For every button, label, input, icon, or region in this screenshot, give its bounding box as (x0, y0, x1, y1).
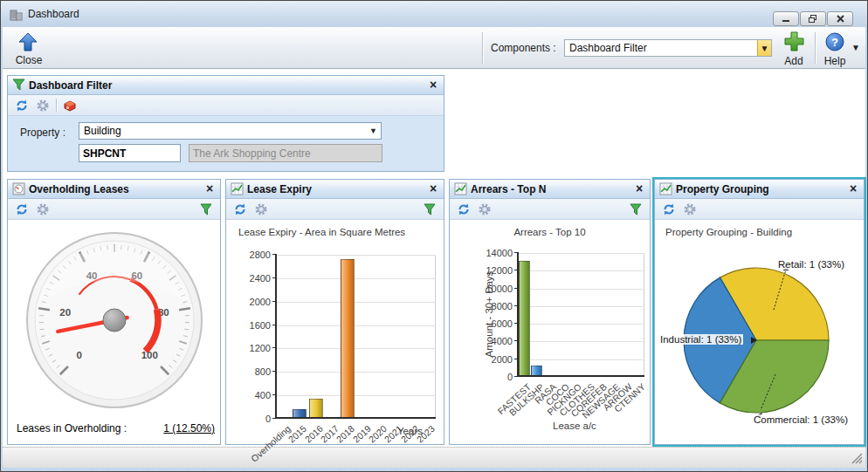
panel-lease-expiry: Lease Expiry × (225, 179, 444, 445)
filter-panel-toolbar (8, 95, 444, 116)
property-name-field: The Ark Shopping Centre (189, 144, 382, 162)
gear-icon[interactable] (254, 202, 268, 216)
main-toolbar: Close Components : Dashboard Filter ▼ Ad… (3, 27, 865, 69)
arrears-header[interactable]: Arrears - Top N × (450, 180, 650, 199)
status-bar (3, 447, 865, 468)
toolbar-separator (482, 32, 483, 64)
toolbar-separator-2 (815, 32, 816, 64)
pie-label-retail: Retail: 1 (33%) (776, 259, 846, 270)
add-component-button[interactable]: Add (776, 29, 811, 67)
filter-icon[interactable] (629, 202, 643, 216)
property-value: Building (84, 125, 121, 137)
arrears-chart: Arrears - Top 10 Amount - 30+ Days Lease… (450, 220, 650, 444)
gauge-footer-value[interactable]: 1 (12.50%) (136, 422, 215, 434)
lease-expiry-title: Lease Expiry (247, 183, 312, 195)
help-label: Help (820, 55, 850, 67)
arrears-title: Arrears - Top N (471, 183, 546, 195)
panel-property-grouping: Property Grouping × (654, 179, 865, 445)
lease-expiry-close[interactable]: × (426, 181, 440, 196)
question-icon: ? (825, 32, 844, 51)
property-label: Property : (20, 127, 65, 139)
close-icon (836, 14, 845, 24)
funnel-icon (12, 79, 25, 92)
svg-text:?: ? (831, 36, 838, 49)
gauge-chart: 020406080100 (23, 229, 206, 412)
property-combobox[interactable]: Building ▼ (79, 122, 382, 140)
help-button[interactable]: ? Help (820, 29, 850, 67)
panel-arrears-top-n: Arrears - Top N × (449, 179, 651, 445)
overholding-toolbar (8, 199, 220, 220)
restore-icon (808, 14, 818, 24)
chart-icon (659, 182, 672, 195)
lease-expiry-chart-title: Lease Expiry - Area in Square Metres (238, 227, 405, 237)
window-title: Dashboard (28, 8, 79, 20)
chart-icon (231, 182, 244, 195)
close-form-button[interactable]: Close (9, 30, 49, 66)
red-building-icon[interactable] (63, 99, 77, 113)
overholding-close[interactable]: × (203, 181, 217, 196)
minimize-icon (781, 15, 791, 24)
filter-icon[interactable] (423, 202, 437, 216)
lease-expiry-header[interactable]: Lease Expiry × (226, 180, 444, 199)
svg-text:20: 20 (59, 307, 71, 318)
pie-label-industrial: Industrial: 1 (33%) (658, 334, 743, 345)
property-grouping-chart: Property Grouping - Building Retail: 1 (… (655, 220, 864, 444)
gear-icon[interactable] (683, 202, 697, 216)
refresh-icon[interactable] (457, 202, 471, 216)
gear-icon[interactable] (36, 202, 50, 216)
property-grouping-header[interactable]: Property Grouping × (655, 180, 864, 199)
filter-icon[interactable] (199, 202, 213, 216)
gear-icon[interactable] (36, 99, 50, 113)
refresh-icon[interactable] (15, 99, 29, 113)
close-form-label: Close (9, 54, 49, 66)
gauge-icon (12, 182, 25, 195)
components-combobox[interactable]: Dashboard Filter ▼ (564, 39, 772, 57)
add-label: Add (776, 55, 811, 67)
panel-overholding-leases: Overholding Leases × (7, 179, 221, 445)
chevron-down-icon: ▼ (761, 44, 769, 53)
pie-chart (655, 220, 865, 446)
svg-text:0: 0 (76, 350, 81, 360)
resize-grip-icon[interactable] (851, 453, 863, 464)
filter-panel-title: Dashboard Filter (29, 79, 112, 92)
filter-panel-content: Property : Building ▼ SHPCNT The Ark Sho… (8, 116, 444, 171)
refresh-icon[interactable] (662, 202, 676, 216)
arrears-chart-title: Arrears - Top 10 (450, 227, 650, 237)
arrears-close[interactable]: × (632, 181, 646, 196)
tool-separator (56, 99, 57, 113)
overholding-header[interactable]: Overholding Leases × (8, 180, 220, 199)
property-code-input[interactable]: SHPCNT (79, 144, 181, 162)
components-label: Components : (491, 42, 556, 54)
gauge-footer-label: Leases in Overholding : (17, 422, 127, 434)
minimize-button[interactable] (773, 11, 799, 26)
chevron-down-icon: ▼ (369, 127, 377, 135)
building-icon (9, 7, 24, 22)
overholding-title: Overholding Leases (29, 183, 129, 195)
dashboard-window: Dashboard Close (0, 0, 868, 472)
chart-icon (454, 182, 467, 195)
property-grouping-title: Property Grouping (676, 183, 769, 195)
overholding-content: 020406080100 Leases in Overholding : 1 (… (8, 220, 220, 444)
gear-icon[interactable] (478, 202, 492, 216)
plus-icon (783, 31, 805, 52)
up-arrow-icon (17, 31, 38, 52)
property-grouping-close[interactable]: × (846, 181, 860, 196)
lease-expiry-chart: Lease Expiry - Area in Square Metres Yea… (226, 220, 444, 444)
restore-button[interactable] (800, 11, 826, 26)
filter-panel-close[interactable]: × (426, 77, 440, 92)
arrears-toolbar (450, 199, 650, 220)
titlebar[interactable]: Dashboard (1, 1, 867, 27)
dashboard-canvas: Dashboard Filter × (3, 69, 865, 447)
close-window-button[interactable] (827, 11, 853, 26)
property-grouping-toolbar (655, 199, 864, 220)
components-value: Dashboard Filter (569, 42, 647, 54)
refresh-icon[interactable] (15, 202, 29, 216)
components-dropdown-button[interactable]: ▼ (757, 40, 771, 56)
toolbar-overflow-chevron-icon[interactable]: ▼ (851, 43, 860, 52)
lease-expiry-toolbar (226, 199, 444, 220)
refresh-icon[interactable] (233, 202, 247, 216)
panel-dashboard-filter: Dashboard Filter × (7, 75, 444, 172)
pie-label-commercial: Commercial: 1 (33%) (752, 414, 850, 425)
svg-text:100: 100 (141, 350, 158, 360)
filter-panel-header[interactable]: Dashboard Filter × (8, 76, 444, 95)
